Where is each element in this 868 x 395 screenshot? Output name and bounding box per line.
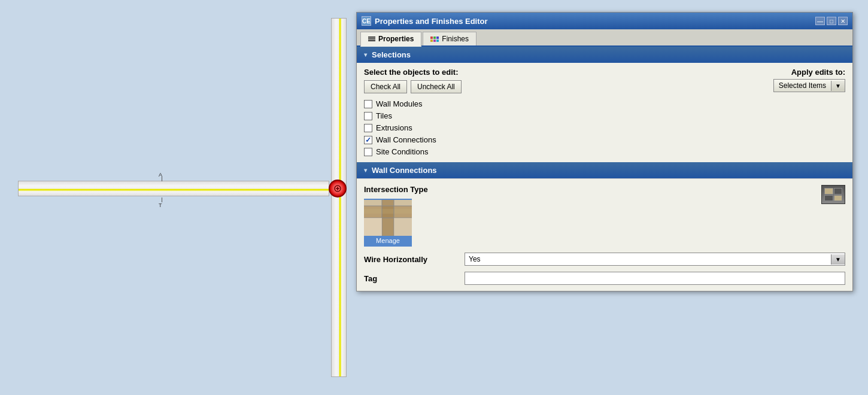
checkbox-wall-modules-label: Wall Modules bbox=[376, 99, 423, 108]
intersection-indicator bbox=[329, 180, 347, 198]
selections-top: Select the objects to edit: Check All Un… bbox=[364, 68, 845, 93]
selections-section-header: ▾ Selections bbox=[357, 47, 852, 63]
checkbox-item-tiles: Tiles bbox=[364, 111, 845, 120]
checkbox-item-wall-modules: Wall Modules bbox=[364, 99, 845, 108]
wire-horizontally-arrow-icon[interactable]: ▼ bbox=[831, 254, 845, 265]
wire-horizontally-value: Yes bbox=[465, 253, 831, 265]
tag-input[interactable] bbox=[465, 272, 845, 285]
checkbox-site-conditions-label: Site Conditions bbox=[376, 147, 428, 156]
wire-horizontally-row: Wire Horizontally Yes ▼ bbox=[364, 253, 845, 266]
tick-b bbox=[162, 198, 162, 202]
wire-horizontally-dropdown[interactable]: Yes ▼ bbox=[465, 253, 845, 266]
intersection-type-group: Intersection Type bbox=[364, 185, 428, 247]
tab-properties[interactable]: Properties bbox=[360, 32, 421, 47]
apply-edits-value: Selected Items bbox=[774, 80, 831, 92]
check-all-button[interactable]: Check All bbox=[364, 80, 407, 93]
tab-finishes-label: Finishes bbox=[442, 35, 469, 43]
apply-edits-section: Apply edits to: Selected Items ▼ bbox=[773, 68, 845, 92]
thumbnail-image bbox=[364, 200, 412, 236]
checkbox-site-conditions[interactable] bbox=[364, 148, 372, 156]
apply-edits-label: Apply edits to: bbox=[791, 68, 845, 77]
dialog-icon: CE bbox=[362, 16, 371, 26]
checkbox-item-extrusions: Extrusions bbox=[364, 123, 845, 132]
view-icon-inner bbox=[824, 188, 842, 201]
wall-vertical bbox=[331, 18, 347, 377]
wall-connections-area: Intersection Type bbox=[357, 178, 852, 291]
intersection-section: Intersection Type bbox=[364, 185, 845, 247]
select-objects-label: Select the objects to edit: bbox=[364, 68, 462, 77]
uncheck-all-button[interactable]: Uncheck All bbox=[411, 80, 462, 93]
wall-connections-chevron-icon: ▾ bbox=[364, 167, 367, 174]
title-bar-left: CE Properties and Finishes Editor bbox=[362, 16, 488, 26]
checkbox-extrusions[interactable] bbox=[364, 124, 372, 132]
tab-bar: Properties Finishes bbox=[357, 29, 852, 47]
dialog-title: Properties and Finishes Editor bbox=[375, 17, 488, 26]
checkbox-wall-connections[interactable]: ✓ bbox=[364, 136, 372, 144]
checkbox-list: Wall Modules Tiles Extrusions ✓ Wall Con… bbox=[364, 98, 845, 157]
tick-label-b: T bbox=[159, 202, 162, 208]
tick-label-a: A bbox=[159, 172, 162, 178]
wall-connections-header-label: Wall Connections bbox=[372, 166, 437, 175]
checkbox-tiles-label: Tiles bbox=[376, 111, 392, 120]
apply-edits-dropdown-arrow-icon[interactable]: ▼ bbox=[831, 81, 845, 91]
minimize-button[interactable]: — bbox=[815, 17, 825, 25]
apply-edits-dropdown[interactable]: Selected Items ▼ bbox=[773, 79, 845, 92]
tab-finishes[interactable]: Finishes bbox=[423, 32, 477, 45]
finishes-tab-icon bbox=[430, 37, 439, 42]
svg-rect-6 bbox=[364, 209, 412, 214]
checkbox-wall-modules[interactable] bbox=[364, 100, 372, 108]
selections-header-label: Selections bbox=[372, 50, 411, 59]
tab-properties-label: Properties bbox=[378, 35, 414, 43]
intersection-thumbnail[interactable]: Menage bbox=[364, 199, 412, 247]
intersection-type-label: Intersection Type bbox=[364, 185, 428, 194]
tag-row: Tag bbox=[364, 272, 845, 285]
dialog-content: ▾ Selections Select the objects to edit:… bbox=[357, 47, 852, 291]
wall-connections-section-header: ▾ Wall Connections bbox=[357, 162, 852, 178]
tag-label: Tag bbox=[364, 274, 460, 283]
selections-left: Select the objects to edit: Check All Un… bbox=[364, 68, 462, 93]
checkbox-wall-connections-label: Wall Connections bbox=[376, 135, 436, 144]
restore-button[interactable]: □ bbox=[827, 17, 836, 25]
checkbox-tiles[interactable] bbox=[364, 112, 372, 120]
properties-finishes-dialog: CE Properties and Finishes Editor — □ ✕ … bbox=[356, 12, 853, 291]
checkbox-item-site-conditions: Site Conditions bbox=[364, 147, 845, 156]
wire-horizontally-label: Wire Horizontally bbox=[364, 255, 460, 264]
checkmark-wall-connections: ✓ bbox=[365, 136, 371, 144]
title-controls: — □ ✕ bbox=[815, 17, 848, 25]
close-button[interactable]: ✕ bbox=[838, 17, 848, 25]
selections-chevron-icon: ▾ bbox=[364, 51, 367, 58]
checkbox-item-wall-connections: ✓ Wall Connections bbox=[364, 135, 845, 144]
title-bar: CE Properties and Finishes Editor — □ ✕ bbox=[357, 13, 852, 29]
wall-horizontal bbox=[18, 181, 329, 196]
svg-rect-12 bbox=[394, 218, 412, 236]
properties-tab-icon bbox=[368, 37, 375, 41]
view-type-icon[interactable] bbox=[821, 185, 845, 204]
checkbox-extrusions-label: Extrusions bbox=[376, 123, 412, 132]
selections-area: Select the objects to edit: Check All Un… bbox=[357, 63, 852, 162]
thumbnail-label: Menage bbox=[365, 236, 411, 245]
canvas-area: A T bbox=[0, 0, 359, 395]
svg-rect-11 bbox=[364, 218, 382, 236]
button-row: Check All Uncheck All bbox=[364, 80, 462, 93]
